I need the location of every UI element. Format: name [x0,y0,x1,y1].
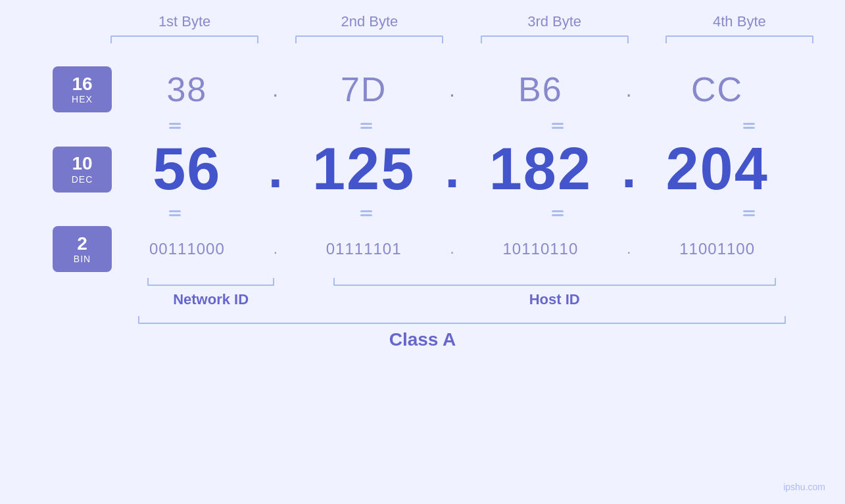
equals-1-b2 [283,123,448,129]
hex-byte3: B6 [518,70,563,109]
dec-dot3: . [616,139,642,200]
hex-byte1: 38 [166,70,207,109]
class-bracket [138,316,786,324]
hex-dot2: . [439,78,466,102]
byte4-header: 4th Byte [647,13,832,30]
bin-byte1: 00111000 [149,240,225,258]
equals-2-b2 [283,210,448,216]
dec-badge: 10 DEC [53,147,112,193]
bin-badge: 2 BIN [53,226,112,272]
byte1-header: 1st Byte [92,13,277,30]
hex-base-number: 16 [72,74,92,95]
bin-base-number: 2 [77,234,87,254]
class-label: Class A [389,329,456,350]
equals-1-b3 [475,123,640,129]
dec-byte2: 125 [312,135,415,203]
byte4-top-bracket [665,35,813,43]
bin-byte3: 10110110 [502,240,578,258]
bin-dot1: . [262,241,289,258]
hex-dot3: . [616,78,642,102]
equals-1-b4 [667,123,832,129]
network-id-label: Network ID [173,291,249,308]
dec-base-number: 10 [72,154,92,174]
hex-byte4: CC [691,70,743,109]
byte3-top-bracket [481,35,629,43]
bin-byte2: 01111101 [326,240,402,258]
dec-byte4: 204 [666,135,769,203]
dec-dot1: . [262,139,289,200]
dec-byte3: 182 [489,135,592,203]
byte1-top-bracket [110,35,258,43]
equals-2-b3 [475,210,640,216]
hex-byte2: 7D [341,70,387,109]
host-id-label: Host ID [529,291,580,308]
bin-base-label: BIN [74,254,91,264]
bin-dot2: . [439,241,466,258]
equals-1-b1 [92,123,257,129]
dec-dot2: . [439,139,466,200]
network-id-bracket [147,278,274,286]
bin-dot3: . [616,241,642,258]
byte2-top-bracket [295,35,443,43]
hex-badge: 16 HEX [53,66,112,112]
byte2-header: 2nd Byte [277,13,462,30]
hex-dot1: . [262,78,289,102]
hex-base-label: HEX [72,94,93,104]
dec-byte1: 56 [153,135,221,203]
equals-2-b4 [667,210,832,216]
dec-base-label: DEC [72,174,93,185]
host-id-bracket [333,278,776,286]
watermark: ipshu.com [783,482,825,492]
equals-2-b1 [92,210,257,216]
byte3-header: 3rd Byte [462,13,647,30]
bin-byte4: 11001100 [679,240,755,258]
